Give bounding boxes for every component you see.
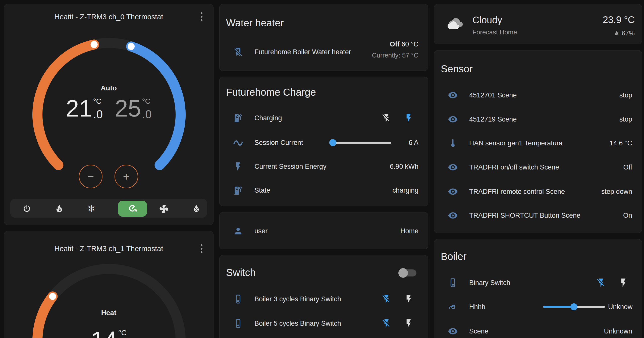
- entity-row-hhhh[interactable]: Hhhh Unknown: [441, 297, 635, 317]
- entity-row-binary-switch[interactable]: Binary Switch: [441, 273, 635, 293]
- fan-icon: [159, 204, 169, 213]
- flash-off-icon: [382, 318, 392, 328]
- weather-card[interactable]: Cloudy Forecast Home 23.9 °C 67%: [434, 4, 642, 44]
- flash-off-button[interactable]: [382, 318, 392, 328]
- entity-row-water-heater[interactable]: Futurehome Boiler Water heater Off 60 °C…: [226, 40, 421, 64]
- rocker-switch-icon: [233, 294, 243, 304]
- flash-button[interactable]: [404, 113, 414, 123]
- rocker-switch-icon: [448, 278, 458, 288]
- weather-subtitle: Forecast Home: [472, 28, 517, 36]
- switch-group-toggle[interactable]: [399, 269, 416, 276]
- flash-button[interactable]: [404, 318, 414, 328]
- entity-row-tradfri-onoff[interactable]: TRADFRI on/off switch Scene Off: [441, 157, 635, 177]
- flash-button[interactable]: [618, 278, 628, 288]
- eye-icon: [448, 162, 458, 172]
- thermostat-auto-icon: [128, 204, 137, 213]
- card-title: Sensor: [441, 64, 473, 74]
- mode-heat-button[interactable]: [52, 201, 67, 217]
- setpoint-value: 14: [91, 328, 117, 338]
- flash-off-button[interactable]: [382, 294, 392, 304]
- mode-dry-button[interactable]: [189, 201, 204, 217]
- temp-increase-button[interactable]: +: [115, 165, 138, 188]
- temp-decrease-button[interactable]: −: [79, 165, 102, 188]
- hvac-mode-row: ❄: [10, 199, 207, 218]
- thermostat-card-ch1: Heatit - Z-TRM3 ch_1 Thermostat Heat 14 …: [4, 231, 213, 338]
- entity-value: Off: [623, 163, 632, 171]
- entity-value: Unknown: [604, 327, 632, 335]
- entity-value: Home: [400, 227, 418, 235]
- card-title: Futurehome Charge: [226, 87, 316, 97]
- hvac-mode-label: Auto: [4, 84, 213, 92]
- flash-off-button[interactable]: [382, 113, 392, 123]
- hhhh-slider[interactable]: [543, 306, 605, 308]
- entity-row-scene-4512701[interactable]: 4512701 Scene stop: [441, 85, 635, 105]
- entity-label: TRADFRI on/off switch Scene: [469, 163, 559, 171]
- session-current-slider[interactable]: [332, 142, 391, 144]
- mode-auto-button[interactable]: [118, 201, 147, 217]
- more-menu-icon[interactable]: [199, 12, 204, 21]
- entity-value: 14.6 °C: [610, 139, 632, 147]
- slider-fill: [543, 306, 574, 308]
- thermostat-title: Heatit - Z-TRM3 ch_0 Thermostat: [4, 13, 213, 21]
- eye-icon: [448, 326, 458, 336]
- humidity-value: 67%: [622, 29, 635, 37]
- temp-unit: °C: [93, 97, 103, 105]
- entity-row-charging[interactable]: Charging: [226, 108, 421, 128]
- entity-label: Scene: [469, 327, 489, 335]
- temp-unit: °C: [142, 97, 152, 105]
- flash-off-button[interactable]: [596, 278, 606, 288]
- entity-label: TRADFRI SHORTCUT Button Scene: [469, 212, 580, 219]
- user-card: user Home: [219, 212, 428, 249]
- entity-row-boiler3[interactable]: Boiler 3 cycles Binary Switch: [226, 289, 421, 309]
- low-setpoint: 21 °C .0: [66, 97, 103, 120]
- mode-cool-button[interactable]: ❄: [84, 201, 99, 217]
- entity-value: step down: [601, 188, 632, 196]
- water-boiler-off-icon: [233, 47, 243, 57]
- entity-row-session-current[interactable]: Session Current 6 A: [226, 133, 421, 153]
- entity-row-scene[interactable]: Scene Unknown: [441, 321, 635, 338]
- dial-high-handle[interactable]: [128, 43, 135, 50]
- flash-icon: [618, 278, 628, 288]
- slider-thumb[interactable]: [570, 303, 577, 310]
- entity-label: Boiler 5 cycles Binary Switch: [254, 320, 341, 327]
- entity-row-scene-4512719[interactable]: 4512719 Scene stop: [441, 109, 635, 129]
- weather-condition: Cloudy: [472, 15, 502, 26]
- entity-label: user: [254, 227, 268, 235]
- water-heater-card: Water heater Futurehome Boiler Water hea…: [219, 4, 428, 71]
- entity-label: 4512719 Scene: [469, 116, 517, 123]
- entity-value: charging: [392, 187, 418, 194]
- rocker-switch-icon: [233, 318, 243, 328]
- mode-off-button[interactable]: [19, 201, 34, 217]
- entity-label: Charging: [254, 114, 282, 122]
- slider-thumb[interactable]: [329, 139, 336, 146]
- toggle-knob: [398, 268, 408, 278]
- entity-row-tradfri-shortcut[interactable]: TRADFRI SHORTCUT Button Scene On: [441, 205, 635, 226]
- entity-label: Hhhh: [469, 303, 486, 311]
- flash-icon: [404, 294, 414, 304]
- account-icon: [233, 226, 243, 236]
- thermostat-title: Heatit - Z-TRM3 ch_1 Thermostat: [4, 245, 213, 253]
- entity-value: 6.90 kWh: [390, 163, 418, 171]
- dial-handle[interactable]: [49, 293, 56, 300]
- entity-value: stop: [619, 116, 632, 123]
- flash-off-icon: [382, 294, 392, 304]
- entity-row-state[interactable]: State charging: [226, 180, 421, 200]
- futurehome-charge-card: Futurehome Charge Charging Session Curre…: [219, 77, 428, 206]
- more-menu-icon[interactable]: [199, 244, 204, 253]
- entity-row-session-energy[interactable]: Current Session Energy 6.90 kWh: [226, 156, 421, 177]
- snowflake-icon: ❄: [87, 204, 95, 213]
- entity-row-tradfri-remote[interactable]: TRADFRI remote control Scene step down: [441, 182, 635, 202]
- entity-value: stop: [619, 91, 632, 99]
- setpoint: 14 °C: [91, 328, 127, 338]
- mode-fan-button[interactable]: [156, 201, 172, 217]
- sensor-card: Sensor 4512701 Scene stop 4512719 Scene …: [434, 50, 642, 233]
- dial-low-handle[interactable]: [91, 41, 98, 48]
- high-setpoint: 25 °C .0: [115, 97, 152, 120]
- entity-row-user[interactable]: user Home: [226, 221, 421, 241]
- flash-button[interactable]: [404, 294, 414, 304]
- water-percent-icon: [192, 204, 201, 213]
- entity-row-han-temperature[interactable]: HAN sensor gen1 Temperatura 14.6 °C: [441, 133, 635, 153]
- entity-label: 4512701 Scene: [469, 91, 517, 99]
- boiler-card: Boiler Binary Switch Hhhh Unknown Scene …: [434, 239, 642, 338]
- entity-row-boiler5[interactable]: Boiler 5 cycles Binary Switch: [226, 313, 421, 333]
